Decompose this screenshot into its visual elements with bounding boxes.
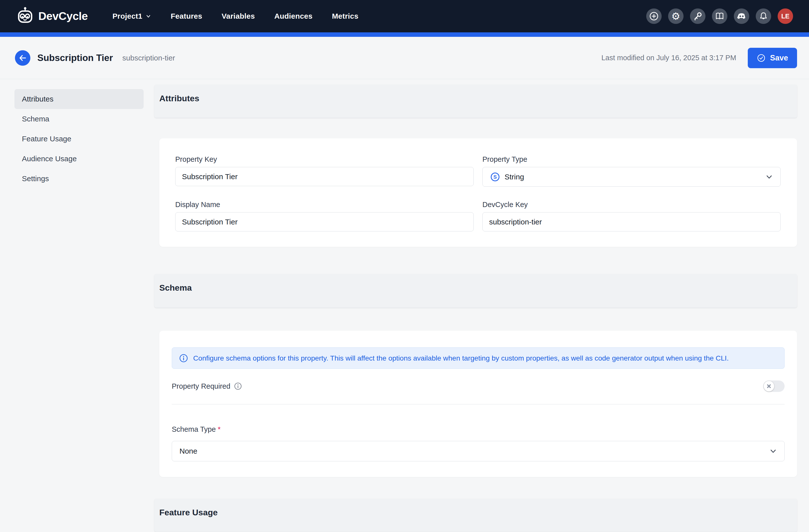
property-type-field: Property Type S String bbox=[482, 155, 781, 187]
devcycle-key-field: DevCycle Key bbox=[482, 200, 781, 231]
api-keys-button[interactable] bbox=[690, 8, 705, 24]
settings-sidebar: Attributes Schema Feature Usage Audience… bbox=[14, 89, 144, 189]
svg-text:S: S bbox=[493, 174, 497, 180]
devcycle-logo[interactable]: DevCycle bbox=[16, 6, 88, 26]
feature-usage-section-header: Feature Usage bbox=[154, 499, 797, 532]
back-button[interactable] bbox=[15, 50, 30, 66]
nav-item-audiences[interactable]: Audiences bbox=[264, 12, 322, 20]
save-button[interactable]: Save bbox=[748, 48, 797, 68]
sidebar-item-schema[interactable]: Schema bbox=[14, 109, 144, 129]
key-icon bbox=[693, 11, 703, 21]
display-name-input[interactable] bbox=[175, 212, 474, 231]
schema-type-select[interactable]: None bbox=[172, 441, 785, 461]
property-key-field: Property Key bbox=[175, 155, 474, 187]
property-type-select[interactable]: S String bbox=[482, 167, 781, 187]
devcycle-robot-icon bbox=[16, 6, 34, 26]
page-key: subscription-tier bbox=[122, 54, 175, 62]
property-required-info-icon[interactable] bbox=[234, 382, 242, 390]
sidebar-item-audience-usage[interactable]: Audience Usage bbox=[14, 149, 144, 169]
project-switcher[interactable]: Project1 bbox=[103, 12, 161, 20]
schema-info-text: Configure schema options for this proper… bbox=[193, 354, 728, 362]
x-icon bbox=[767, 384, 771, 389]
schema-type-label-row: Schema Type* bbox=[172, 425, 785, 433]
settings-button[interactable]: ⚙ bbox=[668, 8, 684, 24]
chevron-down-icon bbox=[765, 173, 773, 181]
toggle-knob bbox=[764, 381, 774, 391]
sidebar-item-feature-usage[interactable]: Feature Usage bbox=[14, 129, 144, 149]
navbar-actions: ⚙ bbox=[646, 8, 793, 24]
schema-info-banner: Configure schema options for this proper… bbox=[172, 348, 785, 369]
info-icon bbox=[179, 354, 188, 363]
property-type-label: Property Type bbox=[482, 155, 781, 163]
sidebar-item-attributes[interactable]: Attributes bbox=[14, 89, 144, 109]
property-key-input[interactable] bbox=[175, 167, 474, 186]
main-panel: Attributes Property Key Property Type S bbox=[154, 85, 797, 532]
bell-icon bbox=[758, 11, 769, 21]
devcycle-key-label: DevCycle Key bbox=[482, 200, 781, 209]
display-name-label: Display Name bbox=[175, 200, 474, 209]
property-required-label: Property Required bbox=[172, 382, 230, 390]
book-icon bbox=[715, 11, 725, 21]
last-modified: Last modified on July 16, 2025 at 3:17 P… bbox=[601, 54, 736, 62]
schema-card: Configure schema options for this proper… bbox=[159, 331, 797, 477]
nav-item-metrics[interactable]: Metrics bbox=[322, 12, 368, 20]
attributes-section-header: Attributes bbox=[154, 85, 797, 118]
devcycle-key-input[interactable] bbox=[482, 212, 781, 231]
chevron-down-icon bbox=[145, 13, 151, 19]
plus-circle-icon bbox=[649, 11, 659, 21]
brand-name: DevCycle bbox=[38, 10, 88, 23]
project-name: Project1 bbox=[113, 12, 142, 20]
property-required-toggle[interactable] bbox=[763, 380, 785, 392]
page-title: Subscription Tier bbox=[37, 53, 113, 63]
avatar[interactable]: LE bbox=[778, 8, 793, 24]
schema-type-value: None bbox=[179, 447, 197, 455]
display-name-field: Display Name bbox=[175, 200, 474, 231]
content: Attributes Schema Feature Usage Audience… bbox=[0, 79, 809, 532]
property-key-label: Property Key bbox=[175, 155, 474, 163]
discord-icon bbox=[736, 11, 747, 21]
gear-icon: ⚙ bbox=[671, 11, 680, 21]
check-circle-icon bbox=[757, 53, 766, 63]
main-nav: Project1 Features Variables Audiences Me… bbox=[103, 12, 368, 20]
nav-item-variables[interactable]: Variables bbox=[212, 12, 264, 20]
feature-usage-heading: Feature Usage bbox=[159, 508, 797, 517]
create-button[interactable] bbox=[646, 8, 661, 24]
attributes-heading: Attributes bbox=[159, 93, 797, 103]
chevron-down-icon bbox=[770, 447, 777, 455]
notifications-button[interactable] bbox=[756, 8, 771, 24]
schema-heading: Schema bbox=[159, 283, 797, 292]
accent-bar bbox=[0, 32, 809, 37]
nav-item-features[interactable]: Features bbox=[161, 12, 212, 20]
property-type-value: String bbox=[504, 173, 524, 181]
schema-type-label: Schema Type bbox=[172, 425, 216, 433]
page-header: Subscription Tier subscription-tier Last… bbox=[0, 37, 809, 79]
sidebar-item-settings[interactable]: Settings bbox=[14, 169, 144, 189]
property-required-row: Property Required bbox=[172, 380, 785, 392]
string-type-icon: S bbox=[490, 172, 500, 182]
top-navbar: DevCycle Project1 Features Variables Aud… bbox=[0, 0, 809, 32]
discord-button[interactable] bbox=[734, 8, 749, 24]
required-asterisk: * bbox=[218, 425, 221, 433]
schema-section-header: Schema bbox=[154, 274, 797, 307]
attributes-card: Property Key Property Type S String bbox=[159, 138, 797, 247]
docs-button[interactable] bbox=[712, 8, 727, 24]
arrow-left-icon bbox=[18, 54, 27, 62]
save-label: Save bbox=[770, 53, 788, 63]
